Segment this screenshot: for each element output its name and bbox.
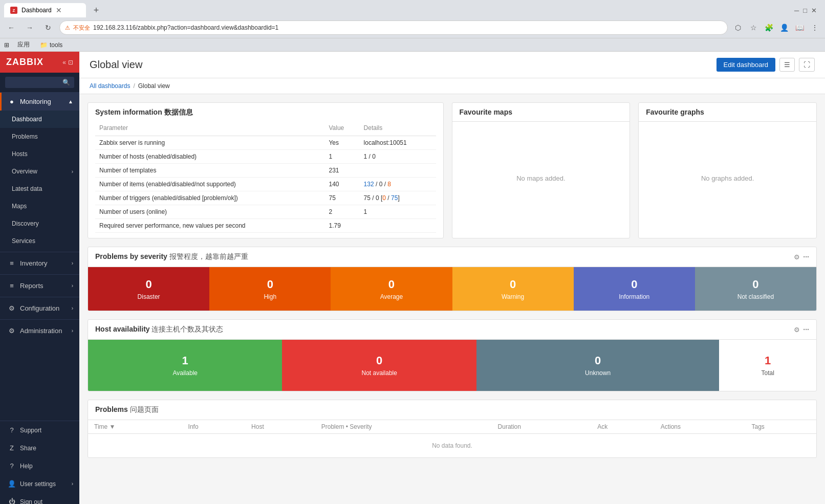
problems-col-ack: Ack [591, 420, 655, 434]
search-icon[interactable]: 🔍 [62, 79, 70, 86]
browser-titlebar: Z Dashboard ✕ + ─ □ ✕ [0, 0, 825, 17]
sidebar-item-configuration[interactable]: ⚙ Configuration › [0, 299, 79, 317]
sidebar-help-label: Help [20, 463, 33, 470]
reading-list-icon[interactable]: 📖 [793, 21, 806, 34]
bookmark-tools[interactable]: 📁 tools [38, 40, 64, 50]
severity-bar-warning[interactable]: 0Warning [452, 267, 574, 311]
search-box: 🔍 [0, 73, 79, 93]
host-avail-gear-icon[interactable]: ⚙ [794, 326, 800, 334]
breadcrumb-current: Global view [138, 82, 170, 90]
host-avail-header: Host availability 连接主机个数及其状态 ⚙ ··· [88, 320, 816, 340]
host-avail-title: Host availability 连接主机个数及其状态 [95, 325, 223, 334]
widget-row-1: System information 数据信息 Parameter Value … [88, 102, 817, 238]
sidebar-item-administration[interactable]: ⚙ Administration › [0, 322, 79, 340]
back-button[interactable]: ← [4, 20, 18, 35]
search-input-wrap[interactable]: 🔍 [5, 77, 74, 88]
severity-actions: ⚙ ··· [794, 253, 809, 261]
sidebar-item-services[interactable]: Services [0, 232, 79, 250]
col-parameter: Parameter [95, 122, 324, 136]
sidebar-share-label: Share [20, 445, 36, 452]
severity-header: Problems by severity 报警程度，越靠前越严重 ⚙ ··· [88, 247, 816, 267]
sidebar-item-hosts[interactable]: Hosts [0, 145, 79, 163]
browser-chrome: Z Dashboard ✕ + ─ □ ✕ ← → ↻ ⚠ 不安全 192.16… [0, 0, 825, 52]
severity-bar-information[interactable]: 0Information [574, 267, 695, 311]
sidebar-item-share[interactable]: Z Share [0, 439, 79, 457]
sidebar-item-usersettings[interactable]: 👤 User settings › [0, 475, 79, 493]
sidebar-item-maps[interactable]: Maps [0, 198, 79, 215]
fav-graphs-body: No graphs added. [639, 122, 816, 234]
edit-dashboard-button[interactable]: Edit dashboard [717, 58, 775, 72]
sidebar-item-reports[interactable]: ≡ Reports › [0, 277, 79, 295]
fav-graphs-header: Favourite graphs [639, 103, 816, 122]
avail-bar-not-available[interactable]: 0Not available [282, 340, 476, 391]
sidebar-item-monitoring[interactable]: ● Monitoring ▲ [0, 93, 79, 111]
sidebar-services-label: Services [12, 237, 35, 245]
list-view-button[interactable]: ☰ [779, 58, 795, 72]
profile-icon[interactable]: 👤 [778, 21, 790, 34]
problems-empty: No data found. [88, 434, 816, 458]
browser-tab[interactable]: Z Dashboard ✕ [4, 3, 86, 17]
sidebar-item-dashboard[interactable]: Dashboard [0, 111, 79, 128]
menu-icon[interactable]: ⋮ [809, 21, 821, 34]
breadcrumb-home-link[interactable]: All dashboards [90, 82, 130, 90]
maximize-button[interactable]: □ [803, 7, 807, 14]
new-tab-button[interactable]: + [90, 4, 102, 16]
monitoring-icon: ● [8, 98, 16, 105]
bookmark-apps[interactable]: 应用 [15, 39, 32, 50]
nav-divider-2 [0, 274, 79, 275]
fav-maps-title: Favourite maps [460, 108, 512, 116]
sysinfo-table: Parameter Value Details Zabbix server is… [95, 122, 436, 233]
administration-chevron: › [72, 328, 73, 334]
host-avail-subtitle: 连接主机个数及其状态 [151, 325, 223, 333]
severity-bar-not-classified[interactable]: 0Not classified [695, 267, 816, 311]
problems-col-tags: Tags [745, 420, 816, 434]
screenshot-icon[interactable]: ⬡ [732, 21, 744, 34]
sidebar-item-discovery[interactable]: Discovery [0, 215, 79, 232]
fav-graphs-empty: No graphs added. [646, 127, 809, 229]
sidebar-item-latestdata[interactable]: Latest data [0, 180, 79, 198]
severity-gear-icon[interactable]: ⚙ [794, 253, 800, 261]
sidebar-item-signout[interactable]: ⏻ Sign out [0, 493, 79, 504]
sidebar-item-problems[interactable]: Problems [0, 128, 79, 145]
fav-maps-widget: Favourite maps No maps added. [452, 102, 631, 238]
inventory-icon: ≡ [8, 259, 16, 267]
sysinfo-widget: System information 数据信息 Parameter Value … [88, 102, 444, 238]
fav-maps-body: No maps added. [452, 122, 630, 234]
avail-bar-available[interactable]: 1Available [88, 340, 282, 391]
breadcrumb-separator: / [133, 82, 135, 90]
refresh-button[interactable]: ↻ [41, 20, 55, 35]
address-bar[interactable]: ⚠ 不安全 192.168.23.116/zabbix.php?action=d… [59, 20, 728, 35]
sidebar-item-support[interactable]: ? Support [0, 421, 79, 439]
forward-button[interactable]: → [23, 20, 37, 35]
sidebar-item-overview[interactable]: Overview › [0, 163, 79, 180]
severity-bar-high[interactable]: 0High [209, 267, 331, 311]
support-icon: ? [8, 426, 16, 434]
fullscreen-button[interactable]: ⛶ [799, 58, 815, 72]
severity-bar-disaster[interactable]: 0Disaster [88, 267, 209, 311]
severity-dots-icon[interactable]: ··· [803, 253, 809, 261]
host-avail-dots-icon[interactable]: ··· [803, 325, 809, 334]
avail-bar-unknown[interactable]: 0Unknown [476, 340, 719, 391]
problems-widget: Problems 问题页面 Time ▼InfoHostProblem • Se… [88, 400, 817, 458]
search-input[interactable] [9, 79, 59, 86]
problems-table: Time ▼InfoHostProblem • SeverityDuration… [88, 420, 816, 457]
severity-widget: Problems by severity 报警程度，越靠前越严重 ⚙ ··· 0… [88, 247, 817, 311]
sidebar-monitoring-label: Monitoring [20, 98, 51, 105]
minimize-button[interactable]: ─ [794, 7, 799, 14]
configuration-chevron: › [72, 305, 73, 311]
sidebar-item-help[interactable]: ? Help [0, 457, 79, 475]
bookmark-icon[interactable]: ☆ [747, 21, 759, 34]
tab-close-button[interactable]: ✕ [56, 6, 62, 14]
apps-icon[interactable]: ⊞ [4, 41, 9, 49]
close-button[interactable]: ✕ [811, 7, 817, 14]
severity-bar-average[interactable]: 0Average [331, 267, 452, 311]
extensions-icon[interactable]: 🧩 [763, 21, 775, 34]
collapse-icon[interactable]: « [62, 59, 66, 66]
expand-icon[interactable]: ⊡ [68, 59, 73, 66]
host-avail-title-text: Host availability [95, 325, 150, 333]
sidebar-item-inventory[interactable]: ≡ Inventory › [0, 254, 79, 272]
url-display: 192.168.23.116/zabbix.php?action=dashboa… [93, 24, 278, 31]
severity-bars: 0Disaster0High0Average0Warning0Informati… [88, 267, 816, 311]
browser-toolbar: ← → ↻ ⚠ 不安全 192.168.23.116/zabbix.php?ac… [0, 17, 825, 38]
usersettings-icon: 👤 [8, 480, 16, 488]
